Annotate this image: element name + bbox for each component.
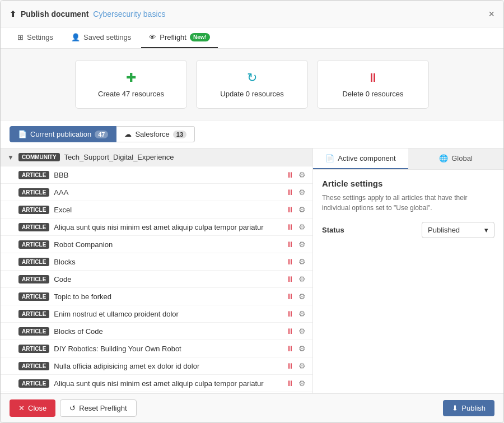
article-settings-description: These settings apply to all articles tha…: [322, 193, 494, 213]
main-tabs-bar: ⊞ Settings 👤 Saved settings 👁 Preflight …: [1, 27, 503, 49]
sub-tab-current-publication[interactable]: 📄 Current publication 47: [10, 126, 116, 142]
article-badge: ARTICLE: [18, 171, 49, 179]
red-box-icon[interactable]: ⏸: [286, 327, 294, 336]
article-name: Topic to be forked: [54, 292, 282, 301]
article-badge: ARTICLE: [18, 345, 49, 353]
close-label: Close: [28, 404, 46, 412]
red-box-icon[interactable]: ⏸: [286, 309, 294, 318]
red-box-icon[interactable]: ⏸: [286, 257, 294, 266]
close-x-button[interactable]: ×: [488, 9, 494, 19]
article-badge: ARTICLE: [18, 362, 49, 370]
status-select[interactable]: Published ▾: [422, 222, 494, 238]
preflight-new-badge: New!: [190, 33, 210, 41]
close-button[interactable]: ✕ Close: [10, 399, 55, 417]
current-pub-badge: 47: [95, 131, 108, 138]
red-box-icon[interactable]: ⏸: [286, 379, 294, 388]
article-row: ARTICLE Aliqua sunt quis nisi minim est …: [1, 219, 312, 236]
gear-icon[interactable]: ⚙: [298, 257, 306, 266]
sub-tab-current-pub-label: Current publication: [30, 130, 91, 138]
article-name: Robot Companion: [54, 240, 282, 249]
status-label: Status: [322, 226, 344, 234]
article-name: BBB: [54, 171, 282, 179]
gear-icon[interactable]: ⚙: [298, 379, 306, 388]
tab-preflight-label: Preflight: [160, 33, 186, 41]
red-box-icon[interactable]: ⏸: [286, 170, 294, 179]
sub-tab-salesforce[interactable]: ☁ Salesforce 13: [116, 126, 195, 142]
article-row: ARTICLE BBB ⏸ ⚙: [1, 166, 312, 184]
article-name: Aliqua sunt quis nisi minim est amet ali…: [54, 379, 282, 388]
articles-list: ARTICLE BBB ⏸ ⚙ ARTICLE AAA ⏸ ⚙ ARTICLE …: [1, 166, 312, 392]
gear-icon[interactable]: ⚙: [298, 361, 306, 370]
tab-preflight[interactable]: 👁 Preflight New!: [141, 27, 218, 48]
publish-button[interactable]: ⬇ Publish: [443, 400, 494, 416]
community-row: ▼ COMMUNITY Tech_Support_Digital_Experie…: [1, 148, 312, 166]
modal-subtitle: Cybersecurity basics: [93, 10, 165, 18]
gear-icon[interactable]: ⚙: [298, 292, 306, 301]
right-tab-global-label: Global: [451, 154, 473, 162]
left-panel: ▼ COMMUNITY Tech_Support_Digital_Experie…: [1, 148, 313, 393]
main-content: ▼ COMMUNITY Tech_Support_Digital_Experie…: [1, 148, 503, 393]
gear-icon[interactable]: ⚙: [298, 170, 306, 179]
right-tab-active-component[interactable]: 📄 Active component: [313, 148, 408, 169]
chevron-down-icon: ▾: [484, 226, 488, 234]
red-box-icon[interactable]: ⏸: [286, 240, 294, 249]
active-component-icon: 📄: [325, 154, 334, 162]
right-panel: 📄 Active component 🌐 Global Article sett…: [313, 148, 503, 393]
red-box-icon[interactable]: ⏸: [286, 188, 294, 197]
right-tab-global[interactable]: 🌐 Global: [408, 148, 503, 169]
red-box-icon[interactable]: ⏸: [286, 361, 294, 370]
article-name: Aliqua sunt quis nisi minim est amet ali…: [54, 223, 282, 231]
reset-icon: ↺: [69, 404, 76, 412]
red-box-icon[interactable]: ⏸: [286, 292, 294, 301]
gear-icon[interactable]: ⚙: [298, 188, 306, 197]
gear-icon[interactable]: ⚙: [298, 240, 306, 249]
delete-icon: ⏸: [367, 71, 379, 85]
current-pub-icon: 📄: [18, 130, 27, 138]
article-badge: ARTICLE: [18, 240, 49, 249]
global-icon: 🌐: [439, 154, 448, 162]
article-row: ARTICLE Code ⏸ ⚙: [1, 271, 312, 288]
red-box-icon[interactable]: ⏸: [286, 222, 294, 231]
reset-label: Reset Preflight: [79, 404, 127, 412]
delete-resources-card[interactable]: ⏸ Delete 0 resources: [317, 60, 429, 109]
red-box-icon[interactable]: ⏸: [286, 205, 294, 214]
article-name: Excel: [54, 206, 282, 214]
gear-icon[interactable]: ⚙: [298, 327, 306, 336]
article-row: ARTICLE DIY Robotics: Building Your Own …: [1, 340, 312, 357]
gear-icon[interactable]: ⚙: [298, 222, 306, 231]
collapse-chevron[interactable]: ▼: [7, 154, 14, 161]
article-row: ARTICLE Blocks ⏸ ⚙: [1, 253, 312, 271]
red-box-icon[interactable]: ⏸: [286, 344, 294, 353]
update-resources-card[interactable]: ↻ Update 0 resources: [196, 60, 308, 109]
salesforce-badge: 13: [173, 131, 186, 138]
article-row: ARTICLE Excel ⏸ ⚙: [1, 201, 312, 219]
create-icon: ✚: [126, 71, 136, 85]
article-badge: ARTICLE: [18, 310, 49, 318]
article-row: ARTICLE AAA ⏸ ⚙: [1, 184, 312, 201]
gear-icon[interactable]: ⚙: [298, 309, 306, 318]
article-badge: ARTICLE: [18, 292, 49, 301]
tab-settings-label: Settings: [27, 33, 53, 41]
community-name: Tech_Support_Digital_Experience: [64, 153, 174, 161]
article-row: ARTICLE Robot Companion ⏸ ⚙: [1, 236, 312, 253]
gear-icon[interactable]: ⚙: [298, 275, 306, 283]
article-row: ARTICLE Aliqua sunt quis nisi minim est …: [1, 375, 312, 392]
publish-icon: ⬇: [452, 404, 458, 412]
tab-saved-settings[interactable]: 👤 Saved settings: [63, 27, 139, 48]
publish-document-modal: ⬆ Publish document Cybersecurity basics …: [0, 0, 504, 423]
article-badge: ARTICLE: [18, 258, 49, 266]
right-panel-content: Article settings These settings apply to…: [313, 170, 503, 393]
update-icon: ↻: [247, 71, 257, 85]
red-box-icon[interactable]: ⏸: [286, 275, 294, 283]
reset-preflight-button[interactable]: ↺ Reset Preflight: [60, 399, 136, 417]
action-cards-section: ✚ Create 47 resources ↻ Update 0 resourc…: [1, 49, 503, 120]
tab-settings[interactable]: ⊞ Settings: [10, 27, 61, 48]
create-resources-card[interactable]: ✚ Create 47 resources: [75, 60, 187, 109]
gear-icon[interactable]: ⚙: [298, 205, 306, 214]
settings-icon: ⊞: [17, 33, 24, 41]
article-name: DIY Robotics: Building Your Own Robot: [54, 345, 282, 353]
update-resources-label: Update 0 resources: [220, 90, 283, 98]
gear-icon[interactable]: ⚙: [298, 344, 306, 353]
article-name: Nulla officia adipisicing amet ex dolor …: [54, 362, 282, 370]
community-badge: COMMUNITY: [18, 153, 60, 161]
